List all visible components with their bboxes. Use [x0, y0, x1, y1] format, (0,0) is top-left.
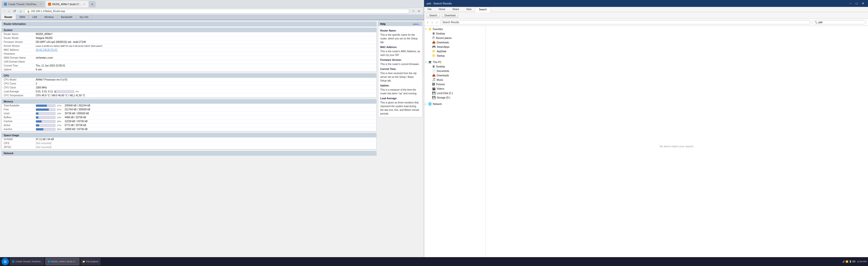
lock-icon: 🔒: [27, 10, 30, 12]
menu-icon[interactable]: ≡: [417, 9, 421, 13]
this-pc-label: This PC: [433, 61, 442, 64]
tree-item-videos[interactable]: 🎬 Videos: [424, 87, 486, 91]
url-text: 192.168.1.1/Status_Router.asp: [31, 10, 407, 12]
back-button[interactable]: ‹: [3, 9, 6, 13]
desktop-fav-label: Desktop: [436, 32, 445, 35]
table-row: CPU Model ARMv7 Processor rev 0 (v7l): [2, 78, 376, 82]
field-label: LAN Domain Name: [2, 60, 34, 64]
help-more-button[interactable]: more...: [413, 23, 420, 25]
tree-this-pc-header[interactable]: ▾ 💻 This PC: [424, 60, 486, 64]
bar-fill: [36, 121, 42, 123]
address-bar[interactable]: 🔒 192.168.1.1/Status_Router.asp: [24, 9, 409, 13]
field-label: Kernel Version: [2, 44, 34, 48]
bar-text: 221764 kB / 205500 kB: [65, 108, 90, 111]
field-value: Linux 3.10.80-rc1 #4312 SMP Fri Jun 5 05…: [34, 44, 376, 48]
mac-address-link[interactable]: 20:4C:CB:20:7D:2C: [36, 48, 58, 51]
minimize-button[interactable]: −: [848, 1, 853, 6]
explorer-search-box[interactable]: 🔍 pait: [812, 20, 866, 24]
tree-item-downloads-pc[interactable]: 📥 Downloads: [424, 73, 486, 77]
table-row: Inactive 39% 13000 kB / 33736 kB: [2, 127, 376, 131]
ribbon-tab-share[interactable]: Share: [449, 7, 463, 12]
explorer-tree: ▾ ⭐ Favorites 🖥 Desktop ⏱ Recent places …: [424, 26, 486, 262]
router-nav-router[interactable]: Router: [1, 14, 16, 20]
field-label: Inactive: [2, 127, 34, 131]
tree-item-storage[interactable]: 💾 Storage (D:): [424, 95, 486, 100]
table-row: CPU Cores 2: [2, 82, 376, 86]
favorites-arrow: ▾: [425, 28, 428, 30]
ribbon-tab-search[interactable]: Search: [475, 7, 491, 12]
pictures-icon: 🖼: [432, 82, 435, 86]
table-row: Router Name R6250_ARMv7: [2, 32, 376, 36]
forward-button[interactable]: ›: [8, 9, 11, 13]
tree-item-appdata[interactable]: 📁 AppData: [424, 49, 486, 54]
taskbar-btn-create-thread[interactable]: 🌐 Create Thread | TechPow...: [10, 258, 44, 265]
explorer-forward-button[interactable]: ›: [431, 20, 434, 25]
field-value: CPU 46.9 °C / Wil.0 46.80 °C / WL1 41.50…: [34, 94, 376, 98]
tree-item-startup[interactable]: 📁 Startup: [424, 54, 486, 58]
download-ribbon-button[interactable]: Download: [442, 13, 458, 18]
close-button[interactable]: ✕: [861, 1, 866, 6]
tree-favorites-header[interactable]: ▾ ⭐ Favorites: [424, 27, 486, 31]
space-usage-section: Space Usage NVRAM 37.11 kB / 64 kB CIFS …: [1, 133, 376, 149]
help-item-2-title: MAC Address:: [380, 45, 420, 49]
appdata-icon: 📁: [432, 49, 436, 53]
star-icon[interactable]: ☆: [411, 9, 416, 13]
reload-button[interactable]: ↺: [12, 9, 17, 13]
ribbon-buttons-row: Search Download: [424, 12, 868, 19]
taskbar-btn-label-3: File Explorer: [86, 260, 99, 263]
new-tab-btn[interactable]: +: [89, 1, 96, 7]
field-label: CPU Cores: [2, 82, 34, 86]
taskbar-btn-browser-icon-1: 🌐: [12, 260, 14, 263]
router-nav-bandwidth[interactable]: Bandwidth: [58, 14, 76, 20]
browser-tab-1-close[interactable]: ✕: [39, 3, 43, 6]
bar-bg: [36, 120, 56, 123]
desktop-pc-icon: 🖥: [432, 65, 435, 68]
home-button[interactable]: ⌂: [19, 9, 23, 13]
system-header: System: [2, 28, 376, 32]
tree-item-documents[interactable]: 📄 Documents: [424, 69, 486, 73]
field-value[interactable]: 20:4C:CB:20:7D:2C: [34, 48, 376, 52]
explorer-up-button[interactable]: ↑: [435, 20, 439, 25]
browser-tab-1[interactable]: Create Thread | TechPow... ✕: [1, 1, 45, 7]
bar-fill: [36, 128, 43, 130]
tree-item-desktop-fav[interactable]: 🖥 Desktop: [424, 31, 486, 36]
bar-text: 13000 kB / 33736 kB: [65, 128, 88, 131]
start-button[interactable]: ⊞: [1, 258, 9, 265]
explorer-ribbon: File Home Share View Search Search Downl…: [424, 7, 868, 19]
bar-pct: 67%: [57, 108, 63, 111]
ribbon-tab-file[interactable]: File: [424, 7, 435, 12]
search-ribbon-button[interactable]: Search: [427, 13, 440, 18]
tree-item-pictures[interactable]: 🖼 Pictures: [424, 82, 486, 87]
ribbon-tab-view[interactable]: View: [463, 7, 475, 12]
browser-tab-2-close[interactable]: ✕: [82, 3, 86, 6]
field-value: 13% 33736 kB / 205500 kB: [34, 111, 376, 115]
explorer-breadcrumb[interactable]: Search Results: [440, 20, 810, 24]
favorites-icon: ⭐: [428, 27, 432, 31]
taskbar-btn-explorer[interactable]: 📁 File Explorer: [81, 258, 101, 265]
maximize-button[interactable]: □: [854, 1, 859, 6]
tree-item-steamapps[interactable]: 🎮 SteamApps: [424, 44, 486, 49]
help-content: Router Name: This is the specific name f…: [378, 26, 422, 117]
router-nav-wireless[interactable]: Wireless: [41, 14, 58, 20]
bar-fill: [36, 105, 47, 107]
tree-item-music[interactable]: 🎵 Music: [424, 77, 486, 82]
explorer-body: ▾ ⭐ Favorites 🖥 Desktop ⏱ Recent places …: [424, 26, 868, 262]
browser-tab-2[interactable]: R6250_ARMv7 (build 27... ✕: [45, 1, 88, 7]
field-label: Current Time: [2, 64, 34, 68]
router-nav-lan[interactable]: LAN: [29, 14, 41, 20]
help-item-5: Uptime: This is a measure of the time th…: [380, 84, 420, 95]
table-row: Buffers 13% 4486 kB / 33736 kB: [2, 115, 376, 120]
bar-bg: [36, 124, 56, 127]
documents-icon: 📄: [432, 69, 436, 73]
tree-item-downloads-fav[interactable]: 📥 Downloads: [424, 40, 486, 44]
ribbon-tab-home[interactable]: Home: [435, 7, 449, 12]
taskbar-btn-router[interactable]: 🌐 R6250_ARMv7 (build 27...: [45, 258, 80, 265]
router-nav-wan[interactable]: WAN: [16, 14, 29, 20]
explorer-back-button[interactable]: ‹: [426, 20, 429, 25]
router-nav-sysinfo[interactable]: Sys Info: [76, 14, 92, 20]
tree-item-desktop-pc[interactable]: 🖥 Desktop: [424, 64, 486, 69]
load-average-bg: [55, 90, 74, 93]
tree-item-recent[interactable]: ⏱ Recent places: [424, 36, 486, 40]
tree-network-header[interactable]: ▸ 🌐 Network: [424, 102, 486, 106]
tree-item-local-disk[interactable]: 💾 Local Disk (C:): [424, 91, 486, 95]
